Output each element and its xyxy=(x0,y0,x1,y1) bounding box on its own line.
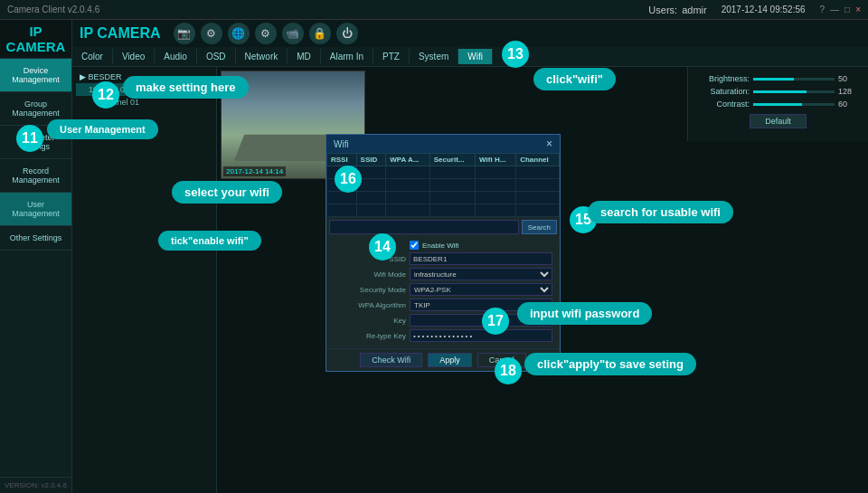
header-toolbar: IP CAMERA 📷 ⚙ 🌐 ⚙ 📹 🔒 ⏻ xyxy=(72,20,868,47)
tab-md[interactable]: MD xyxy=(288,49,321,64)
sidebar-item-other[interactable]: Other Settings xyxy=(0,226,71,251)
wifi-row-4[interactable] xyxy=(327,204,560,217)
annotation-label-18: click"apply"to save seting xyxy=(524,353,696,375)
retype-key-input[interactable] xyxy=(410,329,552,342)
camera-timestamp: 2017-12-14 14:14 xyxy=(223,166,286,176)
enable-wifi-checkbox[interactable] xyxy=(410,241,419,250)
wifi-search-input[interactable] xyxy=(329,220,519,234)
brightness-slider[interactable] xyxy=(753,78,835,81)
users-label: Users: admir xyxy=(648,5,706,15)
ssid-label: SSID xyxy=(334,255,406,263)
help-btn[interactable]: ? xyxy=(820,5,826,14)
saturation-label: Saturation: xyxy=(695,87,750,96)
annotation-num-12: 12 xyxy=(92,81,119,109)
brightness-label: Brightness: xyxy=(695,74,750,83)
saturation-row: Saturation: 128 xyxy=(695,87,861,96)
enable-wifi-label: Enable Wifi xyxy=(422,242,458,250)
window-controls[interactable]: ? — □ × xyxy=(820,5,861,14)
wifi-mode-label: Wifi Mode xyxy=(334,270,406,279)
icon-power[interactable]: ⏻ xyxy=(336,23,358,44)
annotation-label-16: select your wifi xyxy=(172,181,282,204)
apply-btn[interactable]: Apply xyxy=(428,353,472,367)
security-mode-row: Security Mode WPA2-PSK xyxy=(334,283,552,296)
annotation-num-18: 18 xyxy=(495,357,522,384)
key-label: Key xyxy=(334,317,406,325)
check-wifi-btn[interactable]: Check Wifi xyxy=(360,353,422,367)
icon-camera[interactable]: 📷 xyxy=(174,23,195,44)
minimize-btn[interactable]: — xyxy=(830,5,839,14)
sidebar-item-user[interactable]: User Management xyxy=(0,193,71,226)
sidebar-item-record[interactable]: Record Management xyxy=(0,159,71,193)
col-ssid: SSID xyxy=(356,154,386,166)
wifi-mode-row: Wifi Mode infrastructure xyxy=(334,268,552,280)
tab-color[interactable]: Color xyxy=(72,49,113,64)
dialog-title-bar: Wifi × xyxy=(326,135,560,153)
wifi-search-btn[interactable]: Search xyxy=(522,220,557,234)
annotation-label-15: search for usable wifi xyxy=(588,201,733,223)
enable-wifi-row: Enable Wifi xyxy=(334,241,552,250)
col-wpa: WPA A... xyxy=(386,154,429,166)
settings-panel: Brightness: 50 Saturation: 128 xyxy=(687,67,868,141)
version-label: VERSION: v2.0.4.6 xyxy=(0,477,71,493)
datetime-display: 2017-12-14 09:52:56 xyxy=(722,5,806,14)
dialog-close-btn[interactable]: × xyxy=(546,137,552,150)
retype-key-label: Re-type Key xyxy=(334,332,406,340)
saturation-fill xyxy=(753,90,807,93)
ssid-input[interactable] xyxy=(410,252,552,265)
icon-lock[interactable]: 🔒 xyxy=(309,23,331,44)
tab-audio[interactable]: Audio xyxy=(155,49,197,64)
tab-ptz[interactable]: PTZ xyxy=(373,49,410,64)
col-security: Securit... xyxy=(429,154,475,166)
wifi-row-2[interactable] xyxy=(327,179,560,192)
col-hidden: Wifi H... xyxy=(476,154,516,166)
wifi-mode-select[interactable]: infrastructure xyxy=(410,268,552,280)
tab-network[interactable]: Network xyxy=(236,49,288,64)
annotation-label-12: make setting here xyxy=(123,76,249,99)
titlebar: Camera Client v2.0.4.6 Users: admir 2017… xyxy=(0,0,868,20)
wifi-row-3[interactable] xyxy=(327,192,560,204)
tab-osd[interactable]: OSD xyxy=(197,49,236,64)
header-logo: IP CAMERA xyxy=(80,25,161,42)
security-mode-select[interactable]: WPA2-PSK xyxy=(410,283,552,296)
icon-video[interactable]: 📹 xyxy=(282,23,304,44)
annotation-num-11: 11 xyxy=(16,125,43,152)
ssid-row: SSID xyxy=(334,252,552,265)
col-channel: Channel xyxy=(516,154,560,166)
icon-globe[interactable]: 🌐 xyxy=(228,23,250,44)
default-button[interactable]: Default xyxy=(750,114,807,128)
tab-video[interactable]: Video xyxy=(113,49,155,64)
contrast-row: Contrast: 60 xyxy=(695,100,861,109)
logo: IP CAMERA xyxy=(6,24,66,54)
retype-key-row: Re-type Key xyxy=(334,329,552,342)
annotation-num-14: 14 xyxy=(369,233,396,261)
top-navigation: Color Video Audio OSD Network MD Alarm I… xyxy=(72,47,868,67)
brightness-value: 50 xyxy=(838,74,861,83)
security-mode-label: Security Mode xyxy=(334,286,406,294)
saturation-slider[interactable] xyxy=(753,90,835,93)
wifi-dialog: Wifi × RSSI SSID WPA A... Securit... Wif… xyxy=(326,134,561,372)
annotation-label-17: input wifi password xyxy=(517,302,652,325)
tab-wifi[interactable]: Wifi xyxy=(458,49,493,64)
wifi-row-1[interactable] xyxy=(327,166,560,179)
maximize-btn[interactable]: □ xyxy=(844,5,850,14)
saturation-value: 128 xyxy=(838,87,861,96)
sidebar-item-device[interactable]: Device Management xyxy=(0,59,71,92)
contrast-slider[interactable] xyxy=(753,103,835,106)
tab-alarm[interactable]: Alarm In xyxy=(321,49,373,64)
brightness-fill xyxy=(753,78,794,81)
annotation-num-17: 17 xyxy=(482,308,509,335)
contrast-fill xyxy=(753,103,802,106)
icon-config[interactable]: ⚙ xyxy=(255,23,277,44)
app-title: Camera Client v2.0.4.6 xyxy=(7,5,99,14)
contrast-label: Contrast: xyxy=(695,100,750,109)
tab-system[interactable]: System xyxy=(410,49,458,64)
sidebar: IP CAMERA Device Management Group Manage… xyxy=(0,20,72,493)
close-btn[interactable]: × xyxy=(855,5,861,14)
annotation-num-13: 13 xyxy=(502,41,529,68)
wifi-networks-table: RSSI SSID WPA A... Securit... Wifi H... … xyxy=(326,153,560,217)
col-rssi: RSSI xyxy=(327,154,357,166)
icon-settings[interactable]: ⚙ xyxy=(201,23,222,44)
annotation-label-14: tick"enable wifi" xyxy=(158,231,261,251)
annotation-label-11: User Management xyxy=(47,119,158,139)
wifi-form: Enable Wifi SSID Wifi Mode infrastructur… xyxy=(326,237,560,348)
